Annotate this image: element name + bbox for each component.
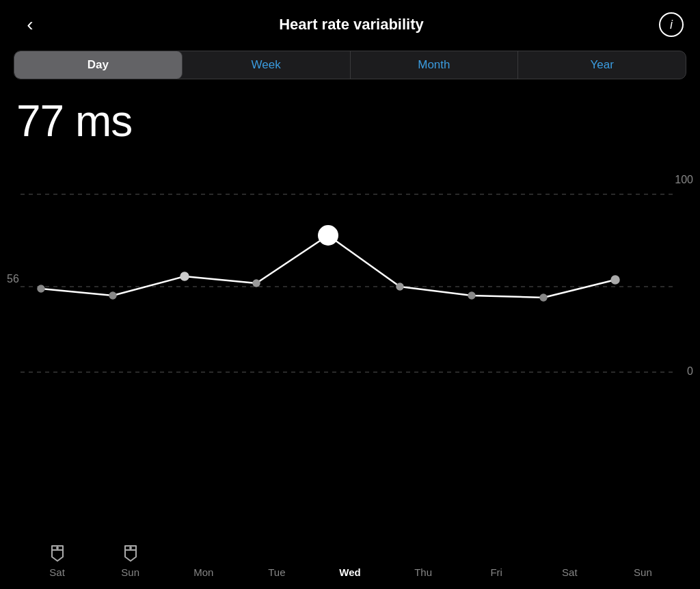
tab-month[interactable]: Month [351, 51, 519, 79]
value-display: 77 ms [0, 79, 700, 146]
header: ‹ Heart rate variability i [0, 0, 700, 45]
tag-icons-row [0, 543, 700, 565]
tag-slot-sun1 [94, 543, 167, 565]
tag-slot-mon [167, 543, 240, 565]
x-label-mon: Mon [167, 566, 240, 578]
x-label-sun1: Sun [94, 566, 167, 578]
tag-slot-thu [387, 543, 460, 565]
x-label-fri: Fri [460, 566, 533, 578]
chart-svg [0, 153, 700, 413]
svg-point-9 [468, 292, 475, 299]
x-label-wed: Wed [313, 566, 386, 578]
x-label-sat2: Sat [533, 566, 606, 578]
hrv-value: 77 ms [16, 96, 684, 146]
tag-icon-sat [48, 543, 67, 562]
tab-week[interactable]: Week [183, 51, 351, 79]
tag-slot-fri [460, 543, 533, 565]
tab-bar: Day Week Month Year [14, 51, 686, 79]
tag-slot-wed [313, 543, 386, 565]
tag-slot-sun2 [606, 543, 679, 565]
tab-year[interactable]: Year [518, 51, 686, 79]
y-label-0: 0 [687, 365, 693, 378]
bottom-axis: Sat Sun Mon Tue Wed Thu Fri Sat Sun [0, 543, 700, 589]
svg-point-4 [109, 292, 116, 299]
tag-slot-sat1 [21, 543, 94, 565]
tag-icon-sun [121, 543, 140, 562]
svg-point-3 [38, 285, 44, 292]
info-button[interactable]: i [659, 12, 684, 37]
svg-point-15 [129, 547, 132, 549]
x-label-sat1: Sat [21, 566, 94, 578]
chart-container: 100 56 0 [0, 153, 700, 413]
y-label-56: 56 [7, 273, 19, 285]
x-axis-labels: Sat Sun Mon Tue Wed Thu Fri Sat Sun [0, 566, 700, 589]
y-label-100: 100 [675, 174, 693, 186]
back-button[interactable]: ‹ [16, 14, 44, 36]
tab-day[interactable]: Day [14, 51, 183, 79]
page-title: Heart rate variability [44, 16, 659, 34]
svg-point-5 [180, 272, 189, 280]
svg-point-13 [56, 547, 59, 549]
x-label-tue: Tue [240, 566, 313, 578]
tag-slot-tue [240, 543, 313, 565]
tag-slot-sat2 [533, 543, 606, 565]
svg-point-8 [396, 283, 403, 290]
svg-point-6 [253, 280, 260, 287]
svg-point-7 [319, 226, 338, 245]
svg-point-10 [540, 294, 547, 301]
svg-point-11 [611, 276, 619, 284]
x-label-thu: Thu [387, 566, 460, 578]
x-label-sun2: Sun [606, 566, 679, 578]
